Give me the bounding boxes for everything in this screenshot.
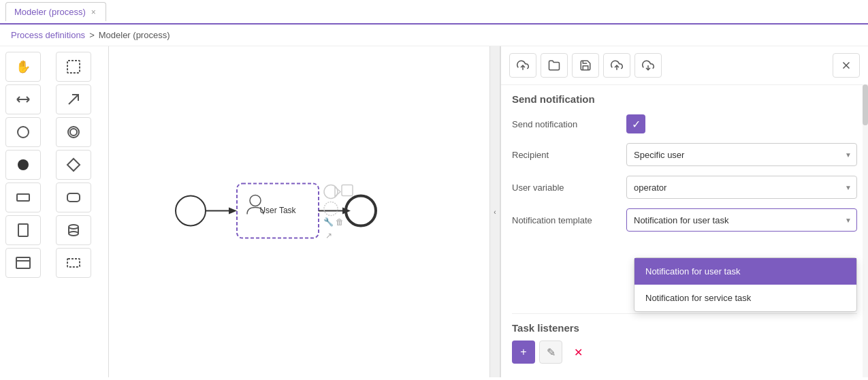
diamond-btn[interactable] — [56, 150, 91, 180]
breadcrumb-home-link[interactable]: Process definitions — [11, 30, 85, 40]
recipient-row: Recipient Specific user All users Role ▼ — [512, 143, 857, 166]
context-icon-3[interactable] — [342, 185, 353, 196]
svg-rect-12 — [17, 194, 29, 201]
dropdown-item-1[interactable]: Notification for user task — [634, 258, 856, 285]
task-listeners-edit-btn[interactable]: ✎ — [539, 341, 562, 364]
bpmn-diagram: User Task 🔧 🗑 ↗ — [150, 143, 422, 281]
task-listeners-delete-btn[interactable]: ✕ — [566, 341, 590, 364]
user-variable-label: User variable — [512, 183, 621, 193]
toolbox: ✋ — [0, 46, 109, 377]
context-arrow[interactable]: ↗ — [325, 231, 332, 240]
tab-bar: Modeler (process) × — [0, 0, 868, 25]
svg-rect-19 — [16, 257, 30, 268]
recipient-select-wrapper: Specific user All users Role ▼ — [626, 143, 857, 166]
arrow-head-1 — [229, 208, 237, 215]
user-variable-select[interactable]: operator assignee initiator — [626, 176, 857, 199]
breadcrumb-current: Modeler (process) — [99, 30, 170, 40]
notification-template-input-wrapper: ▼ — [626, 208, 857, 232]
task-listeners-header: Task listeners — [512, 322, 857, 334]
context-wrench[interactable]: 🔧 — [323, 217, 334, 227]
send-notification-section-title: Send notification — [512, 93, 857, 105]
rectangle-rounded-btn[interactable] — [56, 183, 91, 212]
panel-content: Send notification Send notification ✓ Re… — [501, 85, 868, 377]
user-variable-row: User variable operator assignee initiato… — [512, 176, 857, 199]
panel-close-btn[interactable] — [833, 53, 860, 78]
breadcrumb: Process definitions > Modeler (process) — [0, 25, 868, 46]
svg-rect-13 — [67, 193, 80, 202]
send-notification-label: Send notification — [512, 119, 621, 129]
right-panel: Send notification Send notification ✓ Re… — [500, 46, 868, 377]
bpmn-svg: User Task 🔧 🗑 ↗ — [150, 143, 422, 279]
tab-close-btn[interactable]: × — [90, 7, 97, 17]
svg-point-9 — [70, 129, 77, 136]
task-listeners-title: Task listeners — [512, 322, 857, 334]
task-listeners-actions: + ✎ ✕ — [512, 341, 857, 364]
arrow-tool-btn[interactable] — [56, 84, 91, 114]
svg-marker-11 — [67, 159, 80, 171]
svg-point-18 — [69, 232, 78, 236]
circle-outline-btn[interactable] — [5, 117, 41, 147]
svg-point-15 — [69, 225, 78, 229]
scrollbar-track[interactable] — [863, 84, 868, 377]
svg-point-10 — [18, 159, 29, 170]
dropdown-item-2[interactable]: Notification for service task — [634, 285, 856, 311]
selection-tool-btn[interactable] — [56, 52, 91, 82]
notification-template-input[interactable] — [626, 208, 857, 232]
notification-template-label: Notification template — [512, 215, 621, 225]
user-task-label: User Task — [259, 206, 296, 215]
tab-modeler[interactable]: Modeler (process) × — [5, 2, 106, 21]
start-event[interactable] — [176, 196, 206, 226]
panel-toolbar — [501, 46, 868, 85]
document-btn[interactable] — [5, 215, 41, 245]
task-listeners-add-btn[interactable]: + — [512, 341, 535, 364]
upload-cloud-btn[interactable] — [603, 53, 630, 78]
svg-point-7 — [18, 127, 29, 138]
send-notification-row: Send notification ✓ — [512, 114, 857, 133]
save-btn[interactable] — [572, 53, 599, 78]
user-variable-select-wrapper: operator assignee initiator ▼ — [626, 176, 857, 199]
breadcrumb-separator: > — [89, 30, 95, 40]
scrollbar-thumb[interactable] — [863, 84, 868, 125]
upload-btn[interactable] — [509, 53, 536, 78]
recipient-label: Recipient — [512, 150, 621, 160]
expand-tool-btn[interactable] — [5, 84, 41, 114]
circle-filled-btn[interactable] — [5, 150, 41, 180]
hand-tool-btn[interactable]: ✋ — [5, 52, 41, 82]
dashed-rect-btn[interactable] — [56, 248, 91, 278]
notification-template-row: Notification template ▼ — [512, 208, 857, 232]
notification-template-dropdown: Notification for user task Notification … — [634, 257, 857, 312]
svg-rect-14 — [18, 224, 28, 236]
folder-btn[interactable] — [541, 53, 568, 78]
send-notification-checkbox[interactable]: ✓ — [626, 114, 645, 133]
canvas-area[interactable]: User Task 🔧 🗑 ↗ — [109, 46, 489, 377]
download-btn[interactable] — [634, 53, 662, 78]
tab-label: Modeler (process) — [14, 7, 86, 17]
svg-rect-21 — [67, 259, 80, 267]
circle-double-btn[interactable] — [56, 117, 91, 147]
svg-rect-0 — [67, 61, 80, 73]
rectangle-btn[interactable] — [5, 183, 41, 212]
context-trash[interactable]: 🗑 — [336, 217, 344, 227]
panel-btn[interactable] — [5, 248, 41, 278]
task-listeners-section: Task listeners + ✎ ✕ — [512, 313, 857, 364]
recipient-select[interactable]: Specific user All users Role — [626, 143, 857, 166]
main-layout: ✋ — [0, 46, 868, 377]
panel-toggle-btn[interactable]: ‹ — [489, 46, 500, 377]
svg-line-6 — [69, 95, 78, 104]
cylinder-btn[interactable] — [56, 215, 91, 245]
context-icon-4[interactable] — [324, 202, 338, 216]
